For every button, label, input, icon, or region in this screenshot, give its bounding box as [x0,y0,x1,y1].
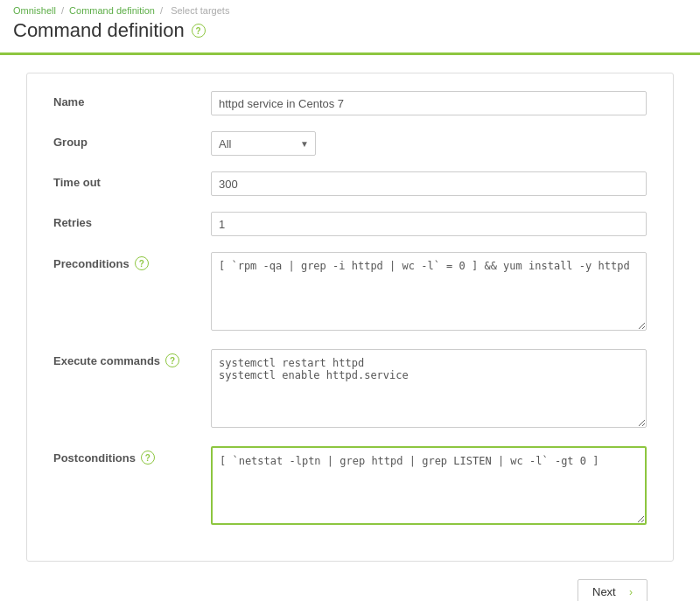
postconditions-textarea[interactable] [211,446,647,525]
name-label: Name [53,91,211,108]
postconditions-help-icon[interactable]: ? [141,451,155,465]
execute-commands-label: Execute commands ? [53,349,211,367]
group-row: Group All Group 1 Group 2 ▼ [53,131,647,156]
postconditions-control [211,446,647,528]
retries-row: Retries [53,212,647,236]
breadcrumb-select-targets: Select targets [171,5,229,16]
page-help-icon[interactable]: ? [192,24,206,38]
group-label: Group [53,131,211,149]
group-select-wrapper: All Group 1 Group 2 ▼ [211,131,316,156]
preconditions-help-icon[interactable]: ? [135,256,149,270]
group-select[interactable]: All Group 1 Group 2 [211,131,316,156]
next-arrow-icon: › [629,586,633,598]
retries-control [211,212,647,236]
preconditions-control [211,252,647,333]
postconditions-row: Postconditions ? [53,446,647,528]
timeout-row: Time out [53,171,647,196]
breadcrumb-command-definition[interactable]: Command definition [69,5,155,16]
timeout-control [211,171,647,196]
form-container: Name Group All Group 1 Group 2 ▼ [26,73,674,562]
preconditions-label: Preconditions ? [53,252,211,270]
next-button[interactable]: Next › [578,579,648,601]
name-input[interactable] [211,91,647,115]
page-title: Command definition [13,19,185,42]
next-label: Next [592,585,616,598]
execute-commands-textarea[interactable] [211,349,647,428]
breadcrumb-sep2: / [160,5,163,16]
breadcrumb-omnishell[interactable]: Omnishell [13,5,56,16]
buttons-area: Next › Go back ✕ [26,579,674,601]
name-row: Name [53,91,647,115]
execute-commands-help-icon[interactable]: ? [165,353,179,367]
name-control [211,91,647,115]
execute-commands-row: Execute commands ? [53,349,647,430]
timeout-input[interactable] [211,171,647,196]
preconditions-textarea[interactable] [211,252,647,331]
execute-commands-control [211,349,647,430]
retries-label: Retries [53,212,211,229]
preconditions-row: Preconditions ? [53,252,647,333]
breadcrumb-sep1: / [61,5,64,16]
postconditions-label: Postconditions ? [53,446,211,465]
group-control: All Group 1 Group 2 ▼ [211,131,647,156]
timeout-label: Time out [53,171,211,189]
breadcrumb: Omnishell / Command definition / Select … [0,0,700,17]
retries-input[interactable] [211,212,647,236]
